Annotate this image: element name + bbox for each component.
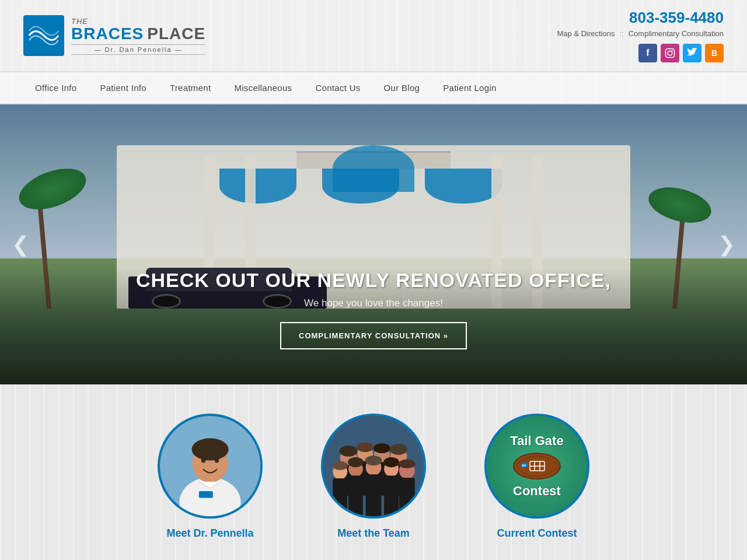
header-right: 803-359-4480 Map & Directions :: Complim… bbox=[557, 9, 724, 62]
slider-next-button[interactable]: ❯ bbox=[712, 226, 741, 262]
svg-point-37 bbox=[365, 456, 382, 466]
card-meet-team[interactable]: Meet the Team bbox=[315, 414, 432, 540]
logo-braces-text: BRACES bbox=[71, 26, 144, 42]
separator: :: bbox=[619, 29, 623, 38]
svg-point-9 bbox=[201, 459, 206, 463]
svg-point-33 bbox=[374, 443, 390, 453]
card-dr-pennella[interactable]: Meet Dr. Pennella bbox=[152, 414, 268, 540]
svg-point-3 bbox=[672, 50, 673, 51]
hero-slider: ❮ ❯ CHECK OUT OUR NEWLY RENOVATED OFFICE… bbox=[0, 104, 747, 384]
svg-rect-22 bbox=[333, 478, 347, 516]
hero-cta-button[interactable]: COMPLIMENTARY CONSULTATION » bbox=[280, 322, 467, 349]
site-header: THE BRACES PLACE — Dr. Dan Pennella — 80… bbox=[0, 0, 747, 72]
twitter-icon[interactable] bbox=[683, 44, 701, 62]
contest-title-bottom: Contest bbox=[513, 484, 561, 499]
nav-item-office-info[interactable]: Office Info bbox=[23, 72, 88, 103]
svg-point-2 bbox=[668, 51, 672, 55]
nav-link-treatment[interactable]: Treatment bbox=[158, 72, 223, 103]
nav-link-contact-us[interactable]: Contact Us bbox=[303, 72, 372, 103]
header-links: Map & Directions :: Complimentary Consul… bbox=[557, 29, 724, 38]
meet-team-label: Meet the Team bbox=[337, 527, 410, 540]
cards-row: Meet Dr. Pennella bbox=[47, 414, 700, 540]
svg-point-10 bbox=[215, 459, 219, 463]
slider-prev-button[interactable]: ❮ bbox=[6, 226, 35, 262]
main-nav: Office Info Patient Info Treatment Misce… bbox=[0, 72, 747, 104]
current-contest-image: Tail Gate bbox=[484, 414, 589, 519]
awning-1 bbox=[219, 169, 296, 204]
nav-link-our-blog[interactable]: Our Blog bbox=[372, 72, 432, 103]
svg-point-32 bbox=[357, 442, 374, 452]
instagram-icon[interactable] bbox=[661, 44, 679, 62]
logo-text: THE BRACES PLACE — Dr. Dan Pennella — bbox=[71, 17, 205, 55]
map-directions-link[interactable]: Map & Directions bbox=[557, 29, 615, 38]
dr-pennella-image bbox=[158, 414, 263, 519]
nav-link-patient-login[interactable]: Patient Login bbox=[431, 72, 508, 103]
svg-rect-30 bbox=[399, 478, 415, 516]
consultation-link[interactable]: Complimentary Consultation bbox=[629, 29, 724, 38]
dr-pennella-label: Meet Dr. Pennella bbox=[166, 527, 253, 540]
svg-point-38 bbox=[383, 457, 399, 467]
arch bbox=[333, 145, 415, 192]
logo-doctor-name: — Dr. Dan Pennella — bbox=[71, 44, 205, 55]
nav-item-contact-us[interactable]: Contact Us bbox=[303, 72, 372, 103]
hero-content: CHECK OUT OUR NEWLY RENOVATED OFFICE, We… bbox=[0, 269, 747, 349]
phone-number[interactable]: 803-359-4480 bbox=[557, 9, 724, 27]
svg-rect-28 bbox=[384, 475, 399, 516]
blogger-icon[interactable]: B bbox=[705, 44, 724, 62]
svg-text:BP: BP bbox=[522, 464, 526, 467]
current-contest-label: Current Contest bbox=[497, 527, 577, 540]
svg-point-36 bbox=[348, 457, 364, 467]
social-icons: f B bbox=[557, 44, 724, 62]
nav-link-office-info[interactable]: Office Info bbox=[23, 72, 88, 103]
hero-subtitle: We hope you love the changes! bbox=[0, 298, 747, 309]
logo-place-text: PLACE bbox=[147, 26, 205, 42]
hero-title: CHECK OUT OUR NEWLY RENOVATED OFFICE, bbox=[0, 269, 747, 292]
facebook-icon[interactable]: f bbox=[638, 44, 657, 62]
card-current-contest[interactable]: Tail Gate bbox=[479, 414, 595, 540]
svg-point-8 bbox=[191, 438, 228, 460]
nav-item-miscellaneous[interactable]: Miscellaneous bbox=[222, 72, 303, 103]
logo-icon bbox=[23, 15, 64, 56]
svg-rect-1 bbox=[666, 49, 675, 58]
nav-item-treatment[interactable]: Treatment bbox=[158, 72, 223, 103]
svg-rect-11 bbox=[199, 491, 213, 498]
nav-item-patient-login[interactable]: Patient Login bbox=[431, 72, 508, 103]
nav-item-patient-info[interactable]: Patient Info bbox=[88, 72, 158, 103]
nav-list: Office Info Patient Info Treatment Misce… bbox=[23, 72, 724, 103]
content-section: Meet Dr. Pennella bbox=[0, 384, 747, 560]
svg-rect-24 bbox=[348, 475, 363, 516]
svg-point-35 bbox=[332, 461, 348, 470]
svg-point-34 bbox=[390, 444, 408, 455]
nav-link-miscellaneous[interactable]: Miscellaneous bbox=[222, 72, 303, 103]
nav-item-our-blog[interactable]: Our Blog bbox=[372, 72, 432, 103]
meet-team-image bbox=[321, 414, 426, 519]
nav-link-patient-info[interactable]: Patient Info bbox=[88, 72, 158, 103]
svg-point-39 bbox=[399, 460, 416, 468]
svg-rect-26 bbox=[366, 474, 382, 516]
logo-area: THE BRACES PLACE — Dr. Dan Pennella — bbox=[23, 15, 205, 56]
svg-point-31 bbox=[340, 446, 358, 457]
awning-3 bbox=[425, 169, 502, 204]
contest-inner: Tail Gate bbox=[487, 416, 587, 516]
contest-title-top: Tail Gate bbox=[510, 433, 563, 449]
